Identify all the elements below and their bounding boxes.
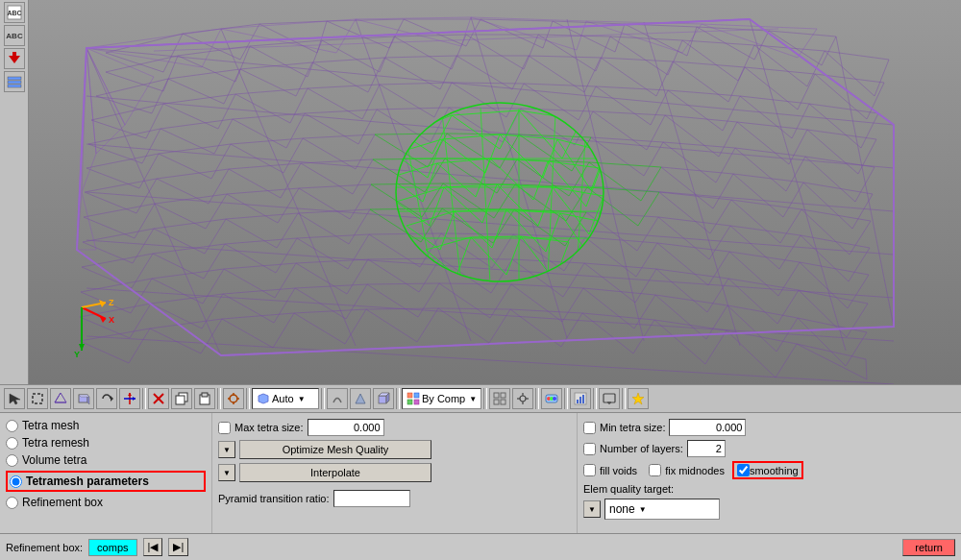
return-button[interactable]: return: [902, 539, 955, 556]
cube-icon[interactable]: [373, 388, 394, 409]
optimize-dropdown-arrow[interactable]: ▼: [218, 441, 235, 458]
min-tetra-size-label: Min tetra size:: [600, 422, 665, 433]
min-tetra-size-checkbox[interactable]: [583, 422, 596, 434]
arc-icon[interactable]: [327, 388, 348, 409]
optimize-mesh-quality-button[interactable]: Optimize Mesh Quality: [239, 440, 431, 459]
nav-next-button[interactable]: ▶|: [168, 538, 188, 556]
mesh-svg: X Z Y: [29, 0, 961, 384]
separator-8: [564, 388, 568, 409]
tetramesh-params-label: Tetramesh parameters: [26, 475, 149, 488]
auto-dropdown[interactable]: Auto ▼: [252, 388, 319, 409]
min-tetra-size-input[interactable]: [669, 419, 746, 436]
cursor-icon[interactable]: [4, 388, 25, 409]
svg-rect-83: [414, 400, 419, 404]
interpolate-button[interactable]: Interpolate: [239, 463, 431, 482]
tetramesh-params-radio[interactable]: [10, 475, 22, 488]
svg-marker-59: [111, 396, 113, 402]
svg-rect-52: [33, 394, 42, 403]
arrow-down-icon[interactable]: [4, 48, 25, 69]
svg-marker-75: [259, 394, 268, 403]
max-tetra-size-checkbox[interactable]: [218, 422, 231, 434]
interpolate-dropdown-arrow[interactable]: ▼: [218, 464, 235, 481]
bottom-toolbar: Auto ▼ By Comp ▼: [0, 384, 961, 413]
copy-icon[interactable]: [171, 388, 192, 409]
tetra-mesh-label: Tetra mesh: [22, 419, 79, 432]
view-solid-icon[interactable]: [73, 388, 94, 409]
transform-icon[interactable]: [119, 388, 140, 409]
svg-rect-100: [582, 395, 584, 403]
select-box-icon[interactable]: [27, 388, 48, 409]
none-dropdown-arrow[interactable]: ▼: [583, 500, 601, 518]
num-layers-checkbox[interactable]: [583, 443, 596, 455]
settings-icon[interactable]: [512, 388, 533, 409]
svg-text:X: X: [109, 315, 114, 325]
svg-rect-85: [501, 393, 505, 398]
tetra-remesh-label: Tetra remesh: [22, 436, 89, 450]
layer-icon[interactable]: [4, 71, 25, 92]
auto-dropdown-label: Auto: [272, 393, 294, 404]
paste-icon[interactable]: [194, 388, 215, 409]
screen-icon[interactable]: [599, 388, 620, 409]
svg-point-70: [230, 395, 237, 402]
pyramid-ratio-input[interactable]: 0.800: [333, 490, 410, 507]
radio-tetra-mesh[interactable]: Tetra mesh: [6, 419, 206, 432]
nav-prev-button[interactable]: |◀: [143, 538, 163, 556]
abc-top-icon[interactable]: ABC: [4, 2, 25, 23]
grid-icon[interactable]: [489, 388, 510, 409]
smoothing-label: smoothing: [750, 465, 799, 476]
svg-marker-58: [79, 395, 89, 397]
svg-text:ABC: ABC: [6, 32, 23, 40]
volume-tetra-radio[interactable]: [6, 454, 18, 467]
svg-text:Y: Y: [74, 350, 80, 359]
refinement-box-label: Refinement box: [22, 496, 103, 509]
num-layers-input[interactable]: [687, 440, 726, 457]
color-display-icon[interactable]: [541, 388, 562, 409]
svg-rect-69: [202, 393, 208, 397]
tetra-mesh-radio[interactable]: [6, 420, 18, 432]
rotate-icon[interactable]: [96, 388, 117, 409]
mesh-display-icon[interactable]: [50, 388, 71, 409]
3d-viewport[interactable]: X Z Y: [29, 0, 961, 384]
tetra-remesh-radio[interactable]: [6, 437, 18, 450]
none-label: none: [609, 502, 635, 516]
svg-rect-99: [579, 397, 581, 403]
svg-rect-4: [12, 52, 16, 58]
max-tetra-size-input[interactable]: 0.000: [308, 419, 384, 436]
fill-voids-checkbox[interactable]: [583, 464, 596, 476]
min-tetra-size-row: Min tetra size:: [583, 419, 955, 436]
svg-rect-101: [604, 394, 615, 402]
svg-marker-63: [133, 397, 136, 401]
svg-rect-67: [176, 396, 185, 404]
svg-text:ABC: ABC: [7, 10, 21, 16]
svg-rect-5: [8, 77, 21, 80]
quality-icon[interactable]: [570, 388, 591, 409]
radio-refinement-box[interactable]: Refinement box: [6, 496, 206, 509]
radio-volume-tetra[interactable]: Volume tetra: [6, 453, 206, 467]
fill-voids-label: fill voids: [600, 465, 637, 476]
pyramid-ratio-label: Pyramid transition ratio:: [218, 493, 330, 504]
cone-icon[interactable]: [350, 388, 371, 409]
snap-icon[interactable]: [223, 388, 244, 409]
fix-midnodes-checkbox[interactable]: [649, 464, 661, 476]
radio-tetramesh-params[interactable]: Tetramesh parameters: [6, 471, 206, 492]
num-layers-label: Number of layers:: [600, 443, 683, 454]
none-arrow: ▼: [639, 505, 647, 514]
none-dropdown[interactable]: none ▼: [604, 499, 720, 520]
svg-rect-84: [494, 393, 499, 398]
by-comp-dropdown[interactable]: By Comp ▼: [402, 388, 481, 409]
pyramid-ratio-row: Pyramid transition ratio: 0.800: [218, 490, 571, 507]
smoothing-checkbox[interactable]: [737, 464, 750, 476]
svg-point-96: [553, 397, 556, 401]
separator-5: [396, 388, 400, 409]
radio-tetra-remesh[interactable]: Tetra remesh: [6, 436, 206, 450]
svg-rect-6: [8, 81, 21, 84]
refinement-box-radio[interactable]: [6, 497, 18, 509]
by-comp-arrow: ▼: [469, 395, 477, 403]
delete-icon[interactable]: [148, 388, 169, 409]
abc-icon[interactable]: ABC: [4, 25, 25, 46]
star-icon[interactable]: [628, 388, 649, 409]
comps-value[interactable]: comps: [88, 539, 136, 556]
volume-tetra-label: Volume tetra: [22, 453, 86, 467]
svg-text:Z: Z: [109, 298, 114, 307]
optimize-mesh-row: ▼ Optimize Mesh Quality: [218, 440, 571, 459]
